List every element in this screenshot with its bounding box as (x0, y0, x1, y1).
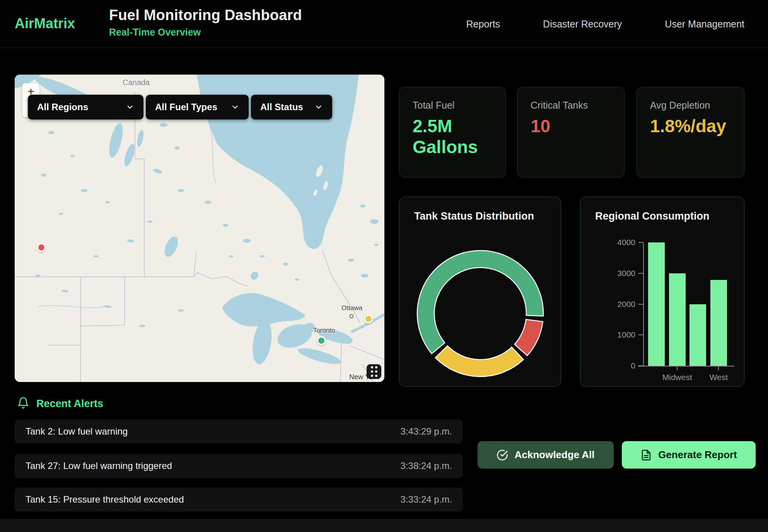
acknowledge-all-button[interactable]: Acknowledge All (478, 441, 614, 469)
bar-West (710, 280, 727, 366)
donut-segment-warning (435, 346, 524, 377)
nav-user-management[interactable]: User Management (665, 19, 744, 30)
map-label-ottawa: Ottawa (341, 304, 362, 312)
y-tick-mark (638, 242, 643, 243)
stat-card-total-fuel: Total Fuel 2.5M Gallons (399, 87, 506, 177)
generate-report-button[interactable]: Generate Report (622, 441, 756, 469)
y-tick-label: 1000 (589, 330, 635, 339)
alert-timestamp: 3:43:29 p.m. (401, 426, 452, 437)
bar-region-1 (648, 242, 665, 366)
y-tick-label: 4000 (589, 238, 635, 247)
y-tick-label: 0 (589, 361, 635, 370)
regional-consumption-card: Regional Consumption 01000200030004000Mi… (580, 197, 744, 387)
region-filter-value: All Regions (37, 102, 88, 113)
map-resize-handle[interactable] (367, 364, 381, 379)
y-tick-label: 2000 (589, 300, 635, 309)
alert-timestamp: 3:38:24 p.m. (401, 460, 452, 471)
bell-icon (17, 397, 29, 411)
tank-status-donut-chart (399, 197, 561, 386)
tank-status-distribution-card: Tank Status Distribution (399, 197, 561, 387)
chevron-down-icon (231, 103, 239, 111)
chart-title: Tank Status Distribution (414, 210, 534, 222)
page-title: Fuel Monitoring Dashboard (109, 7, 302, 24)
app-header: AirMatrix Fuel Monitoring Dashboard Real… (0, 0, 768, 48)
tank-marker-critical[interactable] (37, 243, 46, 252)
footer-bar (0, 519, 768, 532)
fuel-type-filter-dropdown[interactable]: All Fuel Types (146, 95, 249, 119)
x-tick-mark (677, 367, 678, 370)
chevron-down-icon (314, 103, 323, 111)
alert-row[interactable]: Tank 15: Pressure threshold exceeded 3:3… (15, 488, 463, 512)
alert-text: Tank 15: Pressure threshold exceeded (26, 494, 184, 505)
alert-text: Tank 27: Low fuel warning triggered (26, 460, 172, 471)
stat-value: 2.5M Gallons (413, 116, 492, 158)
x-tick-label: West (710, 373, 728, 382)
alert-row[interactable]: Tank 27: Low fuel warning triggered 3:38… (15, 454, 463, 478)
stat-value: 10 (531, 116, 611, 136)
map[interactable]: Canada Ottawa Toronto New York + − All R… (15, 75, 384, 382)
fuel-type-filter-value: All Fuel Types (155, 102, 217, 113)
y-tick-mark (638, 334, 643, 335)
alert-timestamp: 3:33:24 p.m. (401, 494, 452, 505)
tank-marker-warning[interactable] (364, 314, 373, 324)
brand-logo: AirMatrix (15, 15, 75, 32)
stat-value: 1.8%/day (650, 116, 730, 136)
region-filter-dropdown[interactable]: All Regions (28, 95, 143, 119)
regional-consumption-bar-chart: 01000200030004000MidwestWest (580, 197, 745, 387)
bar-region-3 (689, 304, 706, 366)
stat-card-critical-tanks: Critical Tanks 10 (517, 87, 625, 177)
title-block: Fuel Monitoring Dashboard Real-Time Over… (109, 7, 302, 38)
check-circle-icon (497, 449, 508, 461)
alert-row[interactable]: Tank 2: Low fuel warning 3:43:29 p.m. (15, 419, 463, 443)
fuel-dashboard: AirMatrix Fuel Monitoring Dashboard Real… (0, 0, 768, 532)
y-axis-line (643, 242, 644, 367)
acknowledge-all-label: Acknowledge All (514, 449, 594, 461)
nav-reports[interactable]: Reports (466, 19, 500, 30)
alert-text: Tank 2: Low fuel warning (26, 426, 128, 437)
stat-label: Critical Tanks (531, 100, 611, 111)
y-tick-mark (638, 365, 643, 366)
bar-Midwest (669, 273, 686, 366)
ottawa-city-dot (350, 314, 354, 319)
stat-label: Avg Depletion (650, 100, 731, 111)
x-tick-mark (718, 367, 719, 370)
generate-report-label: Generate Report (658, 449, 737, 461)
stat-label: Total Fuel (413, 100, 492, 111)
alerts-title: Recent Alerts (36, 398, 103, 410)
y-tick-mark (638, 273, 643, 274)
main-nav: Reports Disaster Recovery User Managemen… (466, 0, 744, 48)
chevron-down-icon (126, 103, 134, 111)
y-tick-label: 3000 (589, 269, 635, 278)
alerts-header: Recent Alerts (17, 397, 103, 411)
status-filter-dropdown[interactable]: All Status (251, 95, 332, 119)
file-text-icon (640, 449, 652, 461)
x-axis-line (638, 366, 734, 367)
donut-segment-critical (515, 319, 543, 356)
x-tick-label: Midwest (662, 373, 692, 382)
tank-marker-normal[interactable] (317, 336, 326, 345)
map-label-canada: Canada (123, 78, 150, 87)
y-tick-mark (638, 304, 643, 305)
stat-card-avg-depletion: Avg Depletion 1.8%/day (637, 87, 744, 177)
map-label-toronto: Toronto (313, 327, 335, 334)
map-filters: All Regions All Fuel Types All Status (28, 95, 332, 119)
nav-disaster-recovery[interactable]: Disaster Recovery (543, 19, 622, 30)
status-filter-value: All Status (260, 102, 303, 113)
map-base-layer (15, 75, 384, 382)
page-subtitle: Real-Time Overview (109, 27, 302, 38)
